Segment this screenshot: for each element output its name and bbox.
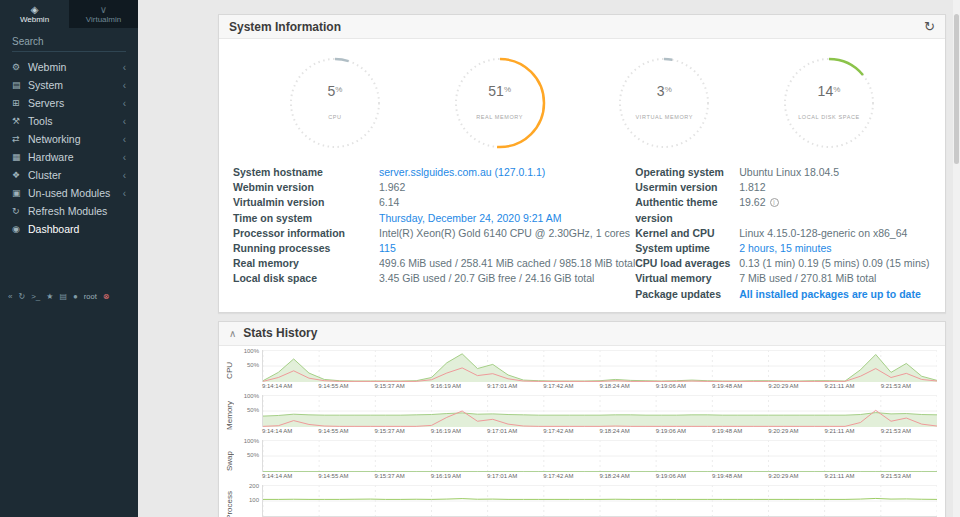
system-information-title: System Information xyxy=(229,20,341,34)
chart-time-axis: 9:14:14 AM9:14:55 AM9:15:37 AM9:16:19 AM… xyxy=(262,472,937,482)
stats-chart-process: Process2001009:14:14 AM9:14:55 AM9:15:37… xyxy=(223,485,937,517)
chevron-icon: ‹ xyxy=(123,116,126,127)
time-label: 9:16:19 AM xyxy=(431,473,461,479)
sidebar-item-networking[interactable]: ⇄Networking‹ xyxy=(0,130,138,148)
tools-icon: ⚒ xyxy=(12,116,28,126)
sidebar-item-cluster[interactable]: ❖Cluster‹ xyxy=(0,166,138,184)
time-label: 9:20:29 AM xyxy=(768,383,798,389)
collapse-sidebar-icon[interactable]: « xyxy=(8,292,12,301)
info-row: Running processes115 xyxy=(233,241,635,256)
info-value[interactable]: Thursday, December 24, 2020 9:21 AM xyxy=(379,211,635,226)
time-label: 9:21:11 AM xyxy=(824,473,854,479)
footer-user-label: root xyxy=(84,292,97,301)
sidebar-item-refresh-modules[interactable]: ↻Refresh Modules xyxy=(0,202,138,220)
stats-history-title: Stats History xyxy=(243,326,317,340)
info-icon[interactable]: i xyxy=(770,198,779,207)
time-label: 9:14:14 AM xyxy=(262,428,292,434)
info-row: Usermin version1.812 xyxy=(635,180,931,195)
info-row: Virtualmin version6.14 xyxy=(233,195,635,210)
unused-icon: ▣ xyxy=(12,188,28,198)
time-label: 9:17:42 AM xyxy=(543,383,573,389)
tab-virtualmin-label: Virtualmin xyxy=(86,15,121,24)
time-label: 9:18:24 AM xyxy=(600,428,630,434)
info-value[interactable]: All installed packages are up to date xyxy=(739,287,931,302)
time-label: 9:17:01 AM xyxy=(487,383,517,389)
sidebar-item-hardware[interactable]: ▦Hardware‹ xyxy=(0,148,138,166)
info-value[interactable]: server.sslguides.com.au (127.0.1.1) xyxy=(379,165,635,180)
search-input[interactable] xyxy=(12,36,144,47)
scrollbar-thumb[interactable] xyxy=(954,14,959,164)
power-icon[interactable]: ⊗ xyxy=(103,292,110,301)
scrollbar[interactable] xyxy=(953,0,960,517)
info-value[interactable]: 2 hours, 15 minutes xyxy=(739,241,931,256)
time-label: 9:19:48 AM xyxy=(712,428,742,434)
sidebar-item-webmin[interactable]: ⚙Webmin‹ xyxy=(0,58,138,76)
time-label: 9:14:55 AM xyxy=(318,428,348,434)
time-label: 9:20:29 AM xyxy=(768,428,798,434)
info-label: Kernel and CPU xyxy=(635,226,739,241)
sidebar-item-servers[interactable]: ⊞Servers‹ xyxy=(0,94,138,112)
info-value: 499.6 MiB used / 258.41 MiB cached / 985… xyxy=(379,256,635,271)
time-label: 9:21:53 AM xyxy=(881,383,911,389)
time-label: 9:18:24 AM xyxy=(600,473,630,479)
tab-webmin[interactable]: ◈ Webmin xyxy=(0,0,69,28)
gauge-label: CPU xyxy=(283,114,387,120)
time-label: 9:17:42 AM xyxy=(543,473,573,479)
chart-canvas xyxy=(262,440,937,472)
sidebar-item-un-used-modules[interactable]: ▣Un-used Modules‹ xyxy=(0,184,138,202)
system-information-header: System Information ↻ xyxy=(219,15,945,39)
gauge-cpu: 5%CPU xyxy=(283,51,387,155)
favorites-icon[interactable]: ★ xyxy=(46,292,53,301)
chart-canvas xyxy=(262,395,937,427)
ytick: 50% xyxy=(247,452,259,458)
sidebar-item-system[interactable]: ▤System‹ xyxy=(0,76,138,94)
collapse-icon[interactable]: ∧ xyxy=(229,328,236,339)
gauge-canvas xyxy=(283,51,387,155)
tab-webmin-label: Webmin xyxy=(20,15,49,24)
info-row: Package updatesAll installed packages ar… xyxy=(635,287,931,302)
sidebar-menu: ⚙Webmin‹▤System‹⊞Servers‹⚒Tools‹⇄Network… xyxy=(0,58,138,238)
sidebar-item-dashboard[interactable]: ◉Dashboard xyxy=(0,220,138,238)
info-label: Running processes xyxy=(233,241,379,256)
info-row: Authentic theme version19.62i xyxy=(635,195,931,225)
chart-axis-label: CPU xyxy=(225,362,234,379)
ytick: 50% xyxy=(247,407,259,413)
info-label: System uptime xyxy=(635,241,739,256)
time-label: 9:15:37 AM xyxy=(375,383,405,389)
info-column-right: Operating systemUbuntu Linux 18.04.5User… xyxy=(635,165,931,302)
time-label: 9:19:48 AM xyxy=(712,473,742,479)
info-label: Processor information xyxy=(233,226,379,241)
servers-icon: ⊞ xyxy=(12,98,28,108)
charts-area: CPU100%50%9:14:14 AM9:14:55 AM9:15:37 AM… xyxy=(219,346,945,517)
info-row: Real memory499.6 MiB used / 258.41 MiB c… xyxy=(233,256,635,271)
info-label: System hostname xyxy=(233,165,379,180)
tab-virtualmin[interactable]: ∨ Virtualmin xyxy=(69,0,138,28)
ytick: 100% xyxy=(244,393,259,399)
info-column-left: System hostnameserver.sslguides.com.au (… xyxy=(233,165,635,302)
ytick: 100 xyxy=(249,497,259,503)
time-label: 9:17:42 AM xyxy=(543,428,573,434)
chart-plot: 9:14:14 AM9:14:55 AM9:15:37 AM9:16:19 AM… xyxy=(262,485,937,517)
info-label: Virtual memory xyxy=(635,271,739,286)
info-label: Virtualmin version xyxy=(233,195,379,210)
ytick: 50% xyxy=(247,362,259,368)
gauge-label: VIRTUAL MEMORY xyxy=(612,114,716,120)
info-row: Time on systemThursday, December 24, 202… xyxy=(233,211,635,226)
chart-yticks: 200100 xyxy=(236,485,262,517)
bookmarks-icon[interactable]: ▤ xyxy=(59,292,67,301)
gauges-row: 5%CPU51%REAL MEMORY3%VIRTUAL MEMORY14%LO… xyxy=(219,39,945,157)
info-label: Usermin version xyxy=(635,180,739,195)
sidebar-item-label: Servers xyxy=(28,97,123,109)
refresh-icon[interactable]: ↻ xyxy=(924,19,935,34)
stats-chart-memory: Memory100%50%9:14:14 AM9:14:55 AM9:15:37… xyxy=(223,395,937,437)
sidebar-item-label: Tools xyxy=(28,115,123,127)
terminal-icon[interactable]: >_ xyxy=(31,292,40,301)
chart-yticks: 100%50% xyxy=(236,395,262,427)
gauge-percent: 3% xyxy=(612,83,716,99)
sidebar-item-tools[interactable]: ⚒Tools‹ xyxy=(0,112,138,130)
info-value[interactable]: 115 xyxy=(379,241,635,256)
refresh-icon[interactable]: ↻ xyxy=(18,292,25,301)
ytick: 200 xyxy=(249,483,259,489)
time-label: 9:19:48 AM xyxy=(712,383,742,389)
user-icon[interactable]: ● xyxy=(73,292,78,301)
